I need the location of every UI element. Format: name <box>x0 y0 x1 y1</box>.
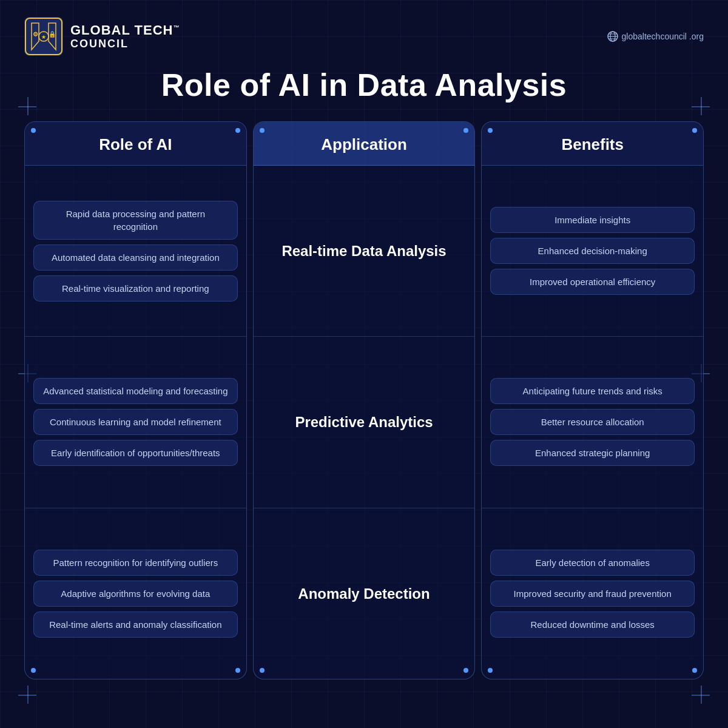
benefit-item-2-2: Better resource allocation <box>490 409 695 435</box>
benefits-column: Benefits Immediate insights Enhanced dec… <box>481 121 704 679</box>
role-section-2: Advanced statistical modeling and foreca… <box>25 337 246 508</box>
benefit-item-3-3: Reduced downtime and losses <box>490 612 695 638</box>
role-item-3-1: Pattern recognition for identifying outl… <box>33 550 238 576</box>
svg-text:⚙: ⚙ <box>33 31 38 38</box>
role-item-2-3: Early identification of opportunities/th… <box>33 440 238 466</box>
role-item-1-1: Rapid data processing and pattern recogn… <box>33 201 238 240</box>
benefits-header: Benefits <box>482 122 703 166</box>
benefits-section-2: Anticipating future trends and risks Bet… <box>482 337 703 508</box>
page-title: Role of AI in Data Analysis <box>24 67 704 103</box>
svg-text:★: ★ <box>41 34 46 40</box>
dot-bottom-right <box>692 668 697 673</box>
logo-icon: ⚙ 🔒 ★ <box>24 17 63 56</box>
benefit-item-3-1: Early detection of anomalies <box>490 550 695 576</box>
benefit-item-2-3: Enhanced strategic planning <box>490 440 695 466</box>
website-info: globaltechcouncil .org <box>607 31 704 42</box>
benefits-section-3: Early detection of anomalies Improved se… <box>482 508 703 679</box>
benefit-item-1-3: Improved operational efficiency <box>490 269 695 295</box>
council-name: COUNCIL <box>70 38 180 50</box>
role-item-2-2: Continuous learning and model refinement <box>33 409 238 435</box>
role-item-3-2: Adaptive algorithms for evolving data <box>33 581 238 607</box>
app-title-2: Predictive Analytics <box>295 413 433 431</box>
role-item-2-1: Advanced statistical modeling and foreca… <box>33 378 238 404</box>
role-column: Role of AI Rapid data processing and pat… <box>24 121 247 679</box>
logo-text: GLOBAL TECH™ COUNCIL <box>70 22 180 50</box>
logo-area: ⚙ 🔒 ★ GLOBAL TECH™ COUNCIL <box>24 17 180 56</box>
application-header: Application <box>254 122 475 166</box>
benefit-item-1-1: Immediate insights <box>490 207 695 233</box>
app-section-3: Anomaly Detection <box>254 508 475 679</box>
role-header: Role of AI <box>25 122 246 166</box>
dot-bottom-left <box>31 668 36 673</box>
main-table: Role of AI Rapid data processing and pat… <box>24 121 704 679</box>
benefit-item-2-1: Anticipating future trends and risks <box>490 378 695 404</box>
brand-name: GLOBAL TECH™ <box>70 22 180 38</box>
application-column: Application Real-time Data Analysis Pred… <box>253 121 476 679</box>
globe-icon <box>607 31 618 42</box>
benefit-item-3-2: Improved security and fraud prevention <box>490 581 695 607</box>
role-section-1: Rapid data processing and pattern recogn… <box>25 166 246 337</box>
benefit-item-1-2: Enhanced decision-making <box>490 238 695 264</box>
app-title-3: Anomaly Detection <box>298 584 430 603</box>
website-text: globaltechcouncil .org <box>622 32 704 41</box>
app-section-2: Predictive Analytics <box>254 337 475 508</box>
role-item-3-3: Real-time alerts and anomaly classificat… <box>33 612 238 638</box>
app-title-1: Real-time Data Analysis <box>281 241 446 260</box>
role-item-1-3: Real-time visualization and reporting <box>33 275 238 302</box>
page-header: ⚙ 🔒 ★ GLOBAL TECH™ COUNCIL <box>24 17 704 56</box>
app-section-1: Real-time Data Analysis <box>254 166 475 337</box>
dot-bottom-right <box>235 668 240 673</box>
dot-bottom-left <box>260 668 265 673</box>
svg-text:🔒: 🔒 <box>49 30 56 38</box>
role-item-1-2: Automated data cleansing and integration <box>33 244 238 271</box>
benefits-section-1: Immediate insights Enhanced decision-mak… <box>482 166 703 337</box>
role-section-3: Pattern recognition for identifying outl… <box>25 508 246 679</box>
